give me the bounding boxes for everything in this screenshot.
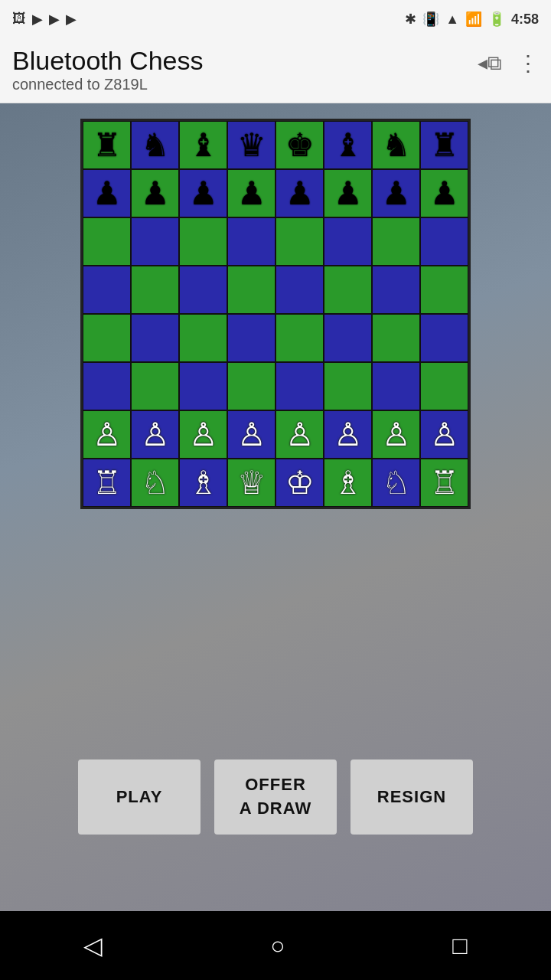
cell-1-0[interactable]: ♟ [83, 169, 131, 217]
cell-0-2[interactable]: ♝ [179, 121, 227, 169]
cell-3-0[interactable] [83, 266, 131, 314]
cell-5-4[interactable] [276, 362, 324, 410]
app-bar: Bluetooth Chess connected to Z819L ◂⧉ ⋮ [0, 38, 551, 103]
app-bar-left: Bluetooth Chess connected to Z819L [12, 46, 204, 93]
cell-5-6[interactable] [372, 362, 420, 410]
buttons-area: PLAY OFFERA DRAW RESIGN [78, 760, 473, 835]
play-icon-3: ▶ [66, 11, 77, 28]
resign-button[interactable]: RESIGN [350, 760, 473, 835]
cell-1-6[interactable]: ♟ [372, 169, 420, 217]
cell-3-7[interactable] [420, 266, 468, 314]
offer-draw-button[interactable]: OFFERA DRAW [214, 760, 337, 835]
cell-2-0[interactable] [83, 217, 131, 266]
cell-0-6[interactable]: ♞ [372, 121, 420, 169]
cell-1-3[interactable]: ♟ [227, 169, 276, 217]
app-title: Bluetooth Chess [12, 46, 204, 76]
app-bar-right: ◂⧉ ⋮ [478, 46, 539, 76]
cell-6-6[interactable]: ♙ [372, 410, 420, 459]
cell-7-0[interactable]: ♖ [83, 459, 131, 507]
cell-2-1[interactable] [131, 217, 179, 266]
bluetooth-status-icon: ✱ [405, 11, 416, 28]
app-subtitle: connected to Z819L [12, 76, 204, 93]
cell-3-2[interactable] [179, 266, 227, 314]
cell-7-4[interactable]: ♔ [276, 459, 324, 507]
cell-4-0[interactable] [83, 314, 131, 362]
cell-6-4[interactable]: ♙ [276, 410, 324, 459]
cell-0-4[interactable]: ♚ [276, 121, 324, 169]
cell-5-3[interactable] [227, 362, 276, 410]
cell-6-2[interactable]: ♙ [179, 410, 227, 459]
cell-4-3[interactable] [227, 314, 276, 362]
bluetooth-icon[interactable]: ◂⧉ [478, 51, 502, 75]
chess-board[interactable]: ♜♞♝♛♚♝♞♜♟♟♟♟♟♟♟♟♙♙♙♙♙♙♙♙♖♘♗♕♔♗♘♖ [80, 119, 471, 509]
cell-5-7[interactable] [420, 362, 468, 410]
cell-0-3[interactable]: ♛ [227, 121, 276, 169]
cell-1-5[interactable]: ♟ [324, 169, 372, 217]
cell-7-2[interactable]: ♗ [179, 459, 227, 507]
cell-7-3[interactable]: ♕ [227, 459, 276, 507]
cell-7-1[interactable]: ♘ [131, 459, 179, 507]
cell-6-5[interactable]: ♙ [324, 410, 372, 459]
cell-2-4[interactable] [276, 217, 324, 266]
home-nav-icon[interactable]: ○ [270, 932, 285, 960]
cell-0-1[interactable]: ♞ [131, 121, 179, 169]
cell-7-5[interactable]: ♗ [324, 459, 372, 507]
play-button[interactable]: PLAY [78, 760, 201, 835]
cell-3-1[interactable] [131, 266, 179, 314]
cell-3-3[interactable] [227, 266, 276, 314]
cell-5-5[interactable] [324, 362, 372, 410]
photo-icon: 🖼 [12, 11, 26, 28]
status-left-icons: 🖼 ▶ ▶ ▶ [12, 11, 77, 28]
status-time: 4:58 [511, 11, 539, 28]
cell-6-3[interactable]: ♙ [227, 410, 276, 459]
cell-3-5[interactable] [324, 266, 372, 314]
main-content: ♜♞♝♛♚♝♞♜♟♟♟♟♟♟♟♟♙♙♙♙♙♙♙♙♖♘♗♕♔♗♘♖ PLAY OF… [0, 103, 551, 911]
play-icon-1: ▶ [32, 11, 43, 28]
cell-4-6[interactable] [372, 314, 420, 362]
cell-4-5[interactable] [324, 314, 372, 362]
overflow-menu-icon[interactable]: ⋮ [517, 51, 539, 76]
cell-1-1[interactable]: ♟ [131, 169, 179, 217]
cell-3-6[interactable] [372, 266, 420, 314]
status-bar: 🖼 ▶ ▶ ▶ ✱ 📳 ▲ 📶 🔋 4:58 [0, 0, 551, 38]
chess-board-container: ♜♞♝♛♚♝♞♜♟♟♟♟♟♟♟♟♙♙♙♙♙♙♙♙♖♘♗♕♔♗♘♖ [80, 119, 471, 509]
cell-7-7[interactable]: ♖ [420, 459, 468, 507]
back-nav-icon[interactable]: ◁ [83, 931, 103, 960]
cell-5-2[interactable] [179, 362, 227, 410]
cell-5-1[interactable] [131, 362, 179, 410]
cell-4-7[interactable] [420, 314, 468, 362]
cell-1-4[interactable]: ♟ [276, 169, 324, 217]
cell-4-2[interactable] [179, 314, 227, 362]
cell-2-7[interactable] [420, 217, 468, 266]
cell-1-7[interactable]: ♟ [420, 169, 468, 217]
battery-icon: 🔋 [488, 11, 505, 28]
cell-4-4[interactable] [276, 314, 324, 362]
cell-6-1[interactable]: ♙ [131, 410, 179, 459]
cell-2-2[interactable] [179, 217, 227, 266]
cell-0-0[interactable]: ♜ [83, 121, 131, 169]
signal-icon: 📶 [465, 11, 482, 28]
cell-6-0[interactable]: ♙ [83, 410, 131, 459]
cell-6-7[interactable]: ♙ [420, 410, 468, 459]
cell-1-2[interactable]: ♟ [179, 169, 227, 217]
nav-bar: ◁ ○ □ [0, 911, 551, 980]
vibrate-icon: 📳 [422, 11, 439, 28]
cell-7-6[interactable]: ♘ [372, 459, 420, 507]
play-icon-2: ▶ [49, 11, 60, 28]
cell-2-3[interactable] [227, 217, 276, 266]
cell-2-5[interactable] [324, 217, 372, 266]
cell-2-6[interactable] [372, 217, 420, 266]
recent-nav-icon[interactable]: □ [452, 932, 467, 960]
cell-0-5[interactable]: ♝ [324, 121, 372, 169]
cell-4-1[interactable] [131, 314, 179, 362]
cell-5-0[interactable] [83, 362, 131, 410]
wifi-icon: ▲ [445, 11, 459, 28]
cell-0-7[interactable]: ♜ [420, 121, 468, 169]
cell-3-4[interactable] [276, 266, 324, 314]
